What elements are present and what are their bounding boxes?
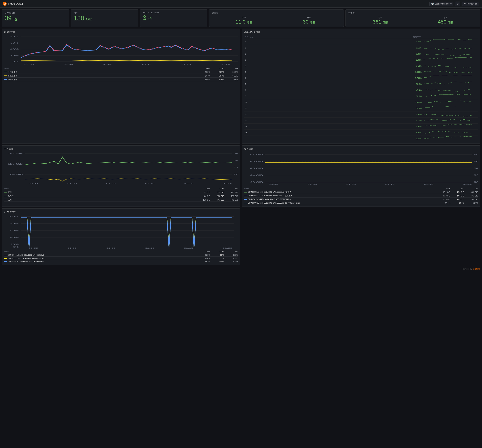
data-disk-title: 数据盘 xyxy=(348,12,477,15)
gm4-last: 90.1% xyxy=(450,202,464,204)
system-disk-title: 系统盘 xyxy=(212,12,341,15)
gpu-usage-legend-header: Name Mean Last * Max xyxy=(4,251,238,253)
svg-text:01:10: 01:10 xyxy=(145,247,154,249)
mem-legend-used[interactable]: 已用 45.5 GiB 47.7 GiB 48.5 GiB xyxy=(4,198,238,202)
cpu-legend-sys[interactable]: 系统使用率 1.64% 1.07% 6.67% xyxy=(4,74,238,78)
avail-color xyxy=(4,192,7,192)
gm2-color xyxy=(244,196,247,196)
svg-text:80%: 80% xyxy=(10,223,18,225)
cpu-sparkline-cell xyxy=(423,93,478,99)
cpu-usage-cell: 92.6% xyxy=(412,81,423,87)
cpu-usage-cell: 6.40% xyxy=(412,130,423,136)
table-row: 2 5.40% xyxy=(244,51,478,57)
memory-value: 180 GiB xyxy=(74,15,135,22)
cpu-core-cell: 6 xyxy=(244,75,412,81)
cpu-core-cell: 8 xyxy=(244,87,412,93)
svg-text:98%: 98% xyxy=(474,154,478,156)
gpu-mem-gpu1[interactable]: GPU-5f996fb2-2d62-691b-2b82-c74ef39258ad… xyxy=(244,191,478,194)
table-row: 15 6.40% xyxy=(244,130,478,136)
svg-text:01:15: 01:15 xyxy=(184,247,193,249)
table-row: 8 45.4% xyxy=(244,87,478,93)
total-color xyxy=(4,196,7,196)
cpu-legend-user[interactable]: 用户使用率 27.6% 27.9% 80.8% xyxy=(4,78,238,81)
svg-text:128 GiB: 128 GiB xyxy=(8,163,23,165)
gu1-mean: 91.5% xyxy=(196,254,210,256)
total-mean: 180 GiB xyxy=(196,195,210,197)
gm1-last: 43.2 GiB xyxy=(450,191,464,193)
gu2-last: 99% xyxy=(210,257,224,259)
avg-last: 29.1% xyxy=(210,71,224,73)
cpu-core-cell: 4 xyxy=(244,63,412,69)
cpu-core-cell: 3 xyxy=(244,57,412,63)
mem-legend-available[interactable]: 可用 135 GiB 132 GiB 145 GiB xyxy=(4,191,238,194)
svg-text:01:15: 01:15 xyxy=(424,183,433,185)
gpu-mem-gpu2[interactable]: GPU-b3d3f52f-6719-8468-00b5-598d81aab7a3… xyxy=(244,194,478,197)
gpu-usage-gpu2[interactable]: GPU-b3d3f52f-6719-8468-00b5-598d81aab7a3… xyxy=(4,257,238,260)
footer: Powered by Grafana xyxy=(0,267,482,271)
zoom-out-button[interactable]: ⊖ xyxy=(455,1,460,6)
gm1-color xyxy=(244,192,247,192)
cpu-sparkline-cell xyxy=(423,111,478,118)
gpu-stat-card: NVIDIA RTX A6000 3 卡 xyxy=(140,9,207,27)
main-content: CPU 核心数 39 核 内存 180 GiB NVIDIA RTX A6000… xyxy=(0,8,482,267)
cpu-sparkline-cell xyxy=(423,75,478,81)
cpu-usage-cell: 1.00% xyxy=(412,39,423,45)
gpu-usage-panel: GPU 使用率 100% 80% 60% 40% 20% 0% 00:55 01… xyxy=(2,208,240,265)
gpu-mem-gpu4[interactable]: GPU-5f996fb2-2d62-691b-2b82-c74ef39258ad… xyxy=(244,202,478,205)
grafana-brand: Grafana xyxy=(473,268,480,270)
svg-text:01:00: 01:00 xyxy=(67,182,77,184)
refresh-interval: 5s xyxy=(475,3,477,5)
cpu-sparkline-cell xyxy=(423,81,478,87)
cpu-usage-title: CPU使用率 xyxy=(4,31,238,34)
sys-mean: 1.64% xyxy=(196,75,210,77)
cpu-sparkline-cell xyxy=(423,87,478,93)
table-row: 9 98.8% xyxy=(244,93,478,99)
usage-col-header: 使用率/% xyxy=(412,35,423,39)
refresh-button[interactable]: ↻ Refresh 5s xyxy=(462,2,479,6)
svg-text:80%: 80% xyxy=(10,36,18,38)
gu3-max: 100% xyxy=(224,260,238,263)
cpu-legend-avg[interactable]: 平均使用率 29.3% 29.1% 83.9% xyxy=(4,70,238,74)
table-row: 10 0.800% xyxy=(244,99,478,105)
svg-text:01:20: 01:20 xyxy=(221,63,230,65)
cpu-core-cell: 7 xyxy=(244,81,412,87)
cpu-usage-cell: 4.70% xyxy=(412,118,423,124)
system-disk-total-value: 30 GiB xyxy=(277,19,341,24)
gpu-usage-gpu3[interactable]: GPU-c94df367-145a-90eb-c55f-fd8d486a6955… xyxy=(4,260,238,263)
system-disk-available-label: 可用 xyxy=(212,16,276,19)
gpu-memory-chart: 47 GiB 46 GiB 45 GiB 44 GiB 43 GiB 98% 9… xyxy=(244,152,478,186)
avail-last: 132 GiB xyxy=(210,191,224,193)
gpu-memory-svg: 47 GiB 46 GiB 45 GiB 44 GiB 43 GiB 98% 9… xyxy=(244,152,478,186)
gpu-usage-gpu1[interactable]: GPU-5f996fb2-2d62-691b-2b82-c74ef39258ad… xyxy=(4,254,238,257)
gpu-usage-chart: 100% 80% 60% 40% 20% 0% 00:55 01:00 01:0… xyxy=(4,215,238,250)
table-row: -- 1.00% xyxy=(244,136,478,142)
gu2-label: GPU-b3d3f52f-6719-8468-00b5-598d81aab7a3 xyxy=(8,257,44,259)
table-row: 0 1.00% xyxy=(244,39,478,45)
gpu-mem-gpu3[interactable]: GPU-c94df367-145a-90eb-c55f-fd8d486a6955… xyxy=(244,198,478,201)
gpu-usage-svg: 100% 80% 60% 40% 20% 0% 00:55 01:00 01:0… xyxy=(4,215,238,250)
cpu-core-cell: 1 xyxy=(244,45,412,51)
system-disk-total-label: 总量 xyxy=(277,16,341,19)
avail-mean: 135 GiB xyxy=(196,191,210,193)
avg-color xyxy=(4,72,7,72)
data-disk-available-label: 可用 xyxy=(348,16,412,19)
cpu-sparkline-cell xyxy=(423,69,478,75)
svg-text:43 GiB: 43 GiB xyxy=(250,181,263,183)
svg-text:01:10: 01:10 xyxy=(142,63,152,65)
table-row: 11 30.5% xyxy=(244,105,478,111)
cpu-sparkline-cell xyxy=(423,51,478,57)
data-disk-card: 数据盘 可用 361 GiB 总量 450 GiB xyxy=(345,9,480,27)
mem-legend-total[interactable]: 总内存 180 GiB 180 GiB 180 GiB xyxy=(4,194,238,198)
gm4-label: GPU-5f996fb2-2d62-691b-2b82-c74ef39258ad… xyxy=(248,202,300,204)
svg-text:20%: 20% xyxy=(10,244,18,245)
svg-text:96%: 96% xyxy=(474,160,478,162)
svg-text:01:05: 01:05 xyxy=(346,183,356,185)
time-range-label: Last 30 minutes xyxy=(435,3,450,5)
cpu-core-cell: 11 xyxy=(244,105,412,111)
svg-text:92%: 92% xyxy=(474,174,478,176)
svg-text:192 GiB: 192 GiB xyxy=(8,153,23,155)
time-range-button[interactable]: 🕐 Last 30 minutes ▾ xyxy=(429,2,454,6)
cpu-core-cell: 15 xyxy=(244,130,412,136)
svg-text:60%: 60% xyxy=(10,229,18,231)
table-row: 5 0.800% xyxy=(244,69,478,75)
